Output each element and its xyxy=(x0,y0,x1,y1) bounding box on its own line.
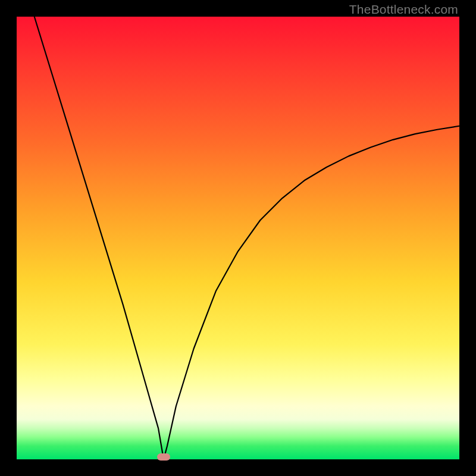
bottleneck-curve xyxy=(35,17,459,459)
curve-svg xyxy=(17,17,459,459)
plot-area xyxy=(17,17,459,459)
chart-frame: TheBottleneck.com xyxy=(0,0,476,476)
watermark-text: TheBottleneck.com xyxy=(349,2,458,17)
valley-marker xyxy=(157,453,170,461)
